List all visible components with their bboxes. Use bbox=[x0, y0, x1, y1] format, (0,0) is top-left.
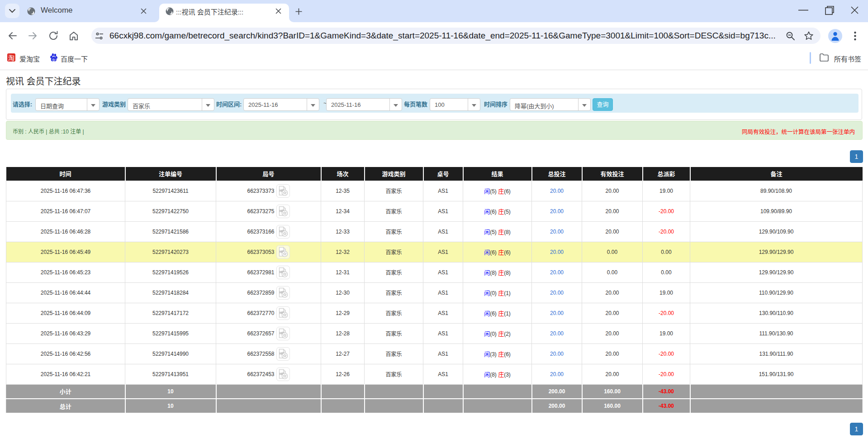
svg-text:du: du bbox=[52, 58, 56, 61]
